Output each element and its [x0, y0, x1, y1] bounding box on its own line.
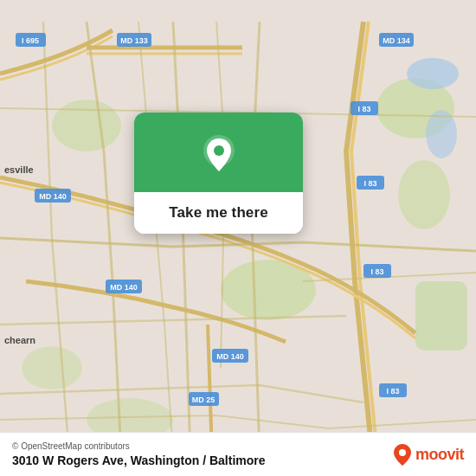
location-card: Take me there: [134, 113, 303, 234]
location-pin-icon: [196, 132, 241, 177]
svg-point-4: [398, 160, 450, 229]
svg-text:esville: esville: [4, 164, 34, 175]
map-container: I 695 MD 133 MD 134 I 83 I 83 I 83 I 83 …: [0, 0, 476, 476]
svg-text:I 83: I 83: [357, 105, 370, 113]
svg-text:I 695: I 695: [22, 36, 39, 45]
svg-rect-5: [415, 281, 467, 351]
svg-point-8: [407, 58, 459, 89]
svg-point-6: [22, 346, 82, 389]
map-background: I 695 MD 133 MD 134 I 83 I 83 I 83 I 83 …: [0, 0, 476, 476]
moovit-pin-icon: [393, 442, 412, 466]
svg-text:MD 133: MD 133: [120, 36, 148, 45]
card-icon-area: [134, 113, 303, 192]
svg-text:I 83: I 83: [386, 387, 399, 396]
address-text: 3010 W Rogers Ave, Washington / Baltimor…: [12, 453, 266, 467]
bottom-left: © OpenStreetMap contributors 3010 W Roge…: [12, 441, 266, 467]
svg-text:MD 25: MD 25: [192, 396, 215, 404]
bottom-bar: © OpenStreetMap contributors 3010 W Roge…: [0, 432, 476, 476]
copyright-text: © OpenStreetMap contributors: [12, 441, 266, 451]
svg-text:chearn: chearn: [4, 335, 35, 345]
svg-text:MD 140: MD 140: [39, 192, 67, 201]
svg-point-36: [399, 449, 406, 456]
moovit-label: moovit: [415, 446, 464, 464]
svg-text:MD 140: MD 140: [110, 283, 138, 292]
svg-point-35: [214, 145, 224, 156]
moovit-logo: moovit: [393, 442, 464, 466]
svg-text:I 83: I 83: [363, 179, 376, 188]
svg-text:I 83: I 83: [370, 267, 383, 276]
svg-text:MD 140: MD 140: [216, 352, 244, 361]
svg-point-2: [52, 100, 121, 151]
take-me-there-button[interactable]: Take me there: [134, 192, 303, 234]
svg-text:MD 134: MD 134: [383, 36, 410, 45]
